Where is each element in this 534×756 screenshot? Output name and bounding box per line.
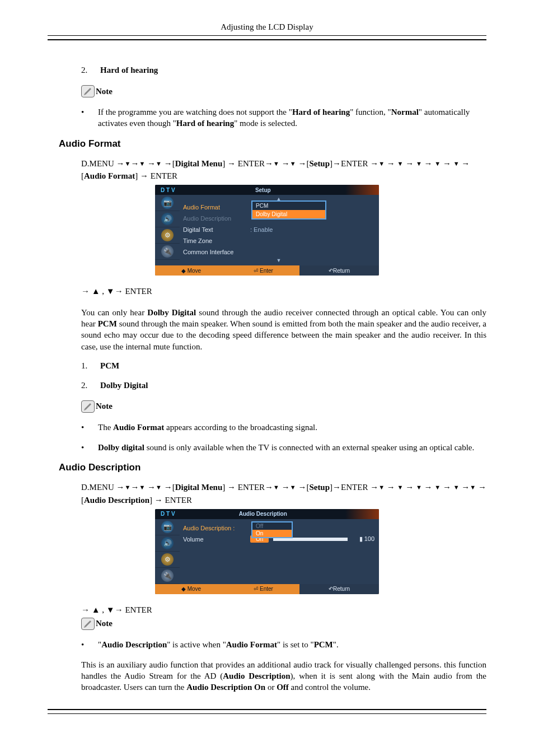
list-number: 1. [81,361,100,371]
osd-setup: D T V Setup 📷 🔊 ⚙ 🔌 ▲ Audio Format Audio [155,185,379,276]
osd-row-audio-description: Audio Description [183,215,250,222]
note-label: Note [96,402,113,411]
osd-body: 📷 🔊 ⚙ 🔌 ▲ Audio Format Audio Description… [155,195,379,265]
heading-audio-description: Audio Description [59,462,486,473]
list-number: 2. [81,381,100,390]
scroll-down-icon: ▼ [183,258,374,263]
osd-row-common-interface: Common Interface [183,249,250,255]
note-icon [81,85,95,97]
osd-popup-audio-format: PCM Dolby Digital [251,200,326,220]
note-bullet: • If the programme you are watching does… [81,106,486,129]
osd-dtv-label: D T V [155,511,181,517]
osd-corner [345,509,379,519]
note-row: Note [81,85,486,97]
bullet-marker: • [81,422,98,433]
osd-icon-picture: 📷 [161,197,174,209]
osd-icon-sound: 🔊 [161,537,174,549]
note-bullet-1: • The Audio Format appears according to … [81,422,486,433]
para-audio-format: You can only hear Dolby Digital sound th… [81,307,486,352]
osd-dtv-label: D T V [155,187,181,193]
osd-setup-wrap: D T V Setup 📷 🔊 ⚙ 🔌 ▲ Audio Format Audio [48,185,486,276]
bullet-text: Dolby digital sound is only available wh… [98,442,474,453]
osd-body: 📷 🔊 ⚙ 🔌 Audio Description : Volume On ▮ … [155,519,379,584]
bullet-text: If the programme you are watching does n… [98,106,486,129]
list-label: Dolby Digital [100,381,148,390]
footer-rule-thick [48,709,486,710]
path-audio-format: D.MENU →▼→▼ →▼ →[Digital Menu] → ENTER→▼… [81,157,486,183]
osd-popup-ad: Off On [251,521,293,538]
note-row: Note [81,618,486,630]
page: Adjusting the LCD Display 2. Hard of hea… [0,0,534,734]
osd-row-time-zone: Time Zone [183,237,250,244]
bullet-text: The Audio Format appears according to th… [98,422,317,433]
para-audio-description: This is an auxiliary audio function that… [81,659,486,693]
list-item-pcm: 1. PCM [81,361,486,371]
note-bullet-ad: • "Audio Description" is active when "Au… [81,639,486,650]
note-row: Note [81,400,486,413]
osd-audiodesc-wrap: D T V Audio Description 📷 🔊 ⚙ 🔌 Audio De… [48,509,486,594]
osd-footer-return: ↶ Return [299,584,379,594]
osd-icon-input: 🔌 [161,245,174,258]
osd-header: D T V Setup [155,185,379,195]
footer-rule-thin [48,713,486,714]
list-label: PCM [100,361,119,371]
osd-option-pcm: PCM [252,202,325,210]
osd-title: Setup [181,187,345,193]
osd-footer-move: ◆ Move [155,268,227,274]
osd-title: Audio Description [181,511,345,517]
bullet-text: "Audio Description" is active when "Audi… [98,639,339,650]
nav-up-down-enter-2: → ▲ , ▼→ ENTER [81,604,486,617]
osd-footer: ◆ Move ⏎ Enter ↶ Return [155,265,379,276]
osd-main: Audio Description : Volume On ▮ 100 Off … [180,519,379,584]
osd-icon-setup: ⚙ [161,553,174,566]
osd-audiodesc: D T V Audio Description 📷 🔊 ⚙ 🔌 Audio De… [155,509,379,594]
osd-icon-input: 🔌 [161,570,174,582]
osd-icon-setup: ⚙ [161,229,174,241]
list-item-dolby: 2. Dolby Digital [81,381,486,390]
header-rule-thick [48,39,486,40]
osd-side: 📷 🔊 ⚙ 🔌 [155,519,180,584]
heading-audio-format: Audio Format [59,138,486,150]
osd-icon-sound: 🔊 [161,213,174,225]
note-label: Note [96,87,113,96]
note-label: Note [96,619,113,628]
osd-footer-move: ◆ Move [155,586,227,592]
path-audio-description: D.MENU →▼→▼ →▼ →[Digital Menu] → ENTER→▼… [81,481,486,507]
osd-main: ▲ Audio Format Audio Description Digital… [180,195,379,265]
osd-side: 📷 🔊 ⚙ 🔌 [155,195,180,265]
osd-footer-enter: ⏎ Enter [227,586,299,592]
note-bullet-2: • Dolby digital sound is only available … [81,442,486,453]
osd-row-ad: Audio Description : [183,525,256,531]
note-icon [81,618,95,630]
osd-footer-return: ↶ Return [299,265,379,276]
osd-footer: ◆ Move ⏎ Enter ↶ Return [155,584,379,594]
bullet-marker: • [81,639,98,650]
nav-up-down-enter: → ▲ , ▼→ ENTER [81,286,486,298]
osd-row-audio-format: Audio Format [183,204,250,211]
osd-option-dolby: Dolby Digital [252,210,325,218]
content: 2. Hard of hearing Note • If the program… [48,66,486,693]
bullet-marker: • [81,106,98,129]
osd-row-digital-text: Digital Text [183,226,250,233]
osd-option-off: Off [252,522,292,530]
osd-icon-picture: 📷 [161,521,174,533]
note-icon [81,400,95,413]
list-item-hard-of-hearing: 2. Hard of hearing [81,66,486,75]
osd-value-enable: : Enable [250,226,273,233]
bullet-marker: • [81,442,98,453]
osd-header: D T V Audio Description [155,509,379,519]
list-label: Hard of hearing [100,66,158,75]
osd-corner [345,185,379,195]
osd-option-on: On [252,530,292,537]
header-rule-thin [48,35,486,36]
list-number: 2. [81,66,100,75]
osd-volume-label: Volume [183,536,250,543]
osd-volume-value: ▮ 100 [352,535,374,543]
running-header: Adjusting the LCD Display [0,22,534,32]
osd-footer-enter: ⏎ Enter [227,268,299,274]
